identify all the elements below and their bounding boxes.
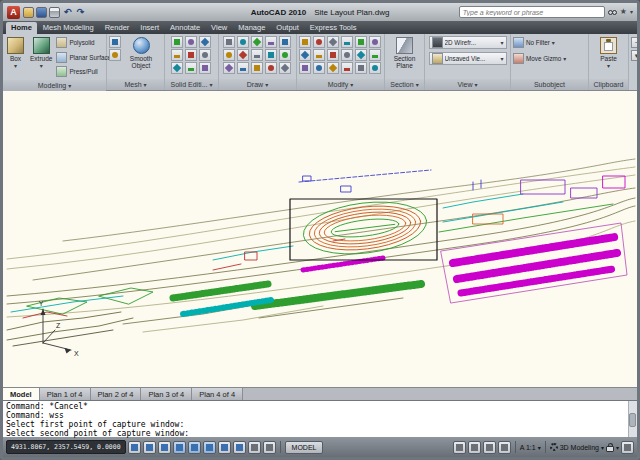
tool-icon[interactable] bbox=[237, 36, 249, 48]
quick-view-drawings-button[interactable] bbox=[468, 441, 481, 454]
no-filter-button[interactable]: No Filter ▾ bbox=[513, 36, 555, 49]
save-icon[interactable] bbox=[36, 7, 47, 18]
tool-icon[interactable] bbox=[313, 49, 325, 61]
planar-surface-button[interactable]: Planar Surface bbox=[56, 51, 111, 64]
tool-icon[interactable] bbox=[223, 36, 235, 48]
layout-tab-plan-2[interactable]: Plan 2 of 4 bbox=[91, 388, 142, 400]
tab-express-tools[interactable]: Express Tools bbox=[305, 22, 362, 34]
tool-icon[interactable] bbox=[237, 49, 249, 61]
panel-title-subobject[interactable]: Subobject bbox=[511, 79, 588, 90]
panel-title-section[interactable]: Section ▾ bbox=[385, 79, 424, 90]
tab-view[interactable]: View bbox=[206, 22, 232, 34]
tool-icon[interactable] bbox=[185, 62, 197, 74]
panel-title-view[interactable]: View ▾ bbox=[425, 79, 510, 90]
tool-icon[interactable] bbox=[299, 62, 311, 74]
tool-icon[interactable] bbox=[251, 36, 263, 48]
panel-title-modify[interactable]: Modify ▾ bbox=[297, 79, 384, 90]
lwt-toggle[interactable] bbox=[248, 441, 261, 454]
osnap-toggle[interactable] bbox=[188, 441, 201, 454]
tool-icon[interactable] bbox=[369, 49, 381, 61]
box-button[interactable]: Box ▾ bbox=[5, 36, 26, 70]
tab-home[interactable]: Home bbox=[6, 22, 37, 34]
tool-icon[interactable] bbox=[355, 62, 367, 74]
tool-icon[interactable] bbox=[327, 49, 339, 61]
panel-title-draw[interactable]: Draw ▾ bbox=[219, 79, 296, 90]
chevron-down-icon[interactable]: ▾ bbox=[616, 444, 619, 451]
polysolid-button[interactable]: Polysolid bbox=[56, 36, 111, 49]
tool-icon[interactable] bbox=[313, 36, 325, 48]
tool-icon[interactable] bbox=[171, 49, 183, 61]
toolbar-lock-icon[interactable] bbox=[606, 446, 614, 452]
layout-tab-plan-1[interactable]: Plan 1 of 4 bbox=[40, 388, 91, 400]
tab-mesh-modeling[interactable]: Mesh Modeling bbox=[38, 22, 99, 34]
tool-icon[interactable] bbox=[199, 49, 211, 61]
application-menu-button[interactable]: A bbox=[7, 6, 20, 19]
redo-icon[interactable]: ↷ bbox=[75, 7, 86, 18]
dyn-toggle[interactable] bbox=[233, 441, 246, 454]
section-plane-button[interactable]: Section Plane bbox=[388, 36, 422, 70]
visual-style-dropdown[interactable]: 2D Wirefr... ▾ bbox=[429, 36, 507, 49]
command-scrollbar[interactable] bbox=[628, 401, 637, 437]
search-input[interactable] bbox=[459, 6, 605, 18]
tool-icon[interactable] bbox=[299, 36, 311, 48]
tool-icon[interactable] bbox=[355, 36, 367, 48]
tool-icon[interactable] bbox=[313, 62, 325, 74]
search-icon[interactable] bbox=[608, 10, 617, 15]
tool-icon[interactable] bbox=[265, 62, 277, 74]
tool-icon[interactable] bbox=[251, 62, 263, 74]
extrude-button[interactable]: Extrude ▾ bbox=[28, 36, 54, 70]
tool-icon[interactable] bbox=[369, 62, 381, 74]
model-space-button[interactable]: MODEL bbox=[285, 441, 324, 454]
tool-icon[interactable] bbox=[279, 36, 291, 48]
workspace-gear-icon[interactable] bbox=[550, 443, 558, 451]
tool-icon[interactable] bbox=[327, 62, 339, 74]
workspace-switcher[interactable]: 3D Modeling bbox=[560, 444, 599, 451]
clean-screen-button[interactable] bbox=[621, 441, 634, 454]
otrack-toggle[interactable] bbox=[203, 441, 216, 454]
favorites-star-icon[interactable]: ★ bbox=[620, 6, 627, 18]
tool-icon[interactable] bbox=[171, 62, 183, 74]
tool-icon[interactable] bbox=[341, 49, 353, 61]
tab-output[interactable]: Output bbox=[271, 22, 304, 34]
tool-icon[interactable] bbox=[265, 36, 277, 48]
model-space-viewport[interactable]: Y X Z bbox=[3, 91, 637, 387]
layout-tab-model[interactable]: Model bbox=[3, 388, 40, 400]
ribbon-minimize-button[interactable]: − bbox=[631, 37, 640, 48]
tool-icon[interactable] bbox=[265, 49, 277, 61]
undo-icon[interactable]: ↶ bbox=[62, 7, 73, 18]
qp-toggle[interactable] bbox=[263, 441, 276, 454]
tool-icon[interactable] bbox=[199, 62, 211, 74]
tab-manage[interactable]: Manage bbox=[233, 22, 270, 34]
tool-icon[interactable] bbox=[237, 62, 249, 74]
tool-icon[interactable] bbox=[109, 36, 121, 48]
steering-wheel-button[interactable] bbox=[483, 441, 496, 454]
layout-tab-plan-4[interactable]: Plan 4 of 4 bbox=[192, 388, 243, 400]
paste-button[interactable]: Paste ▾ bbox=[598, 36, 619, 70]
tool-icon[interactable] bbox=[223, 62, 235, 74]
tool-icon[interactable] bbox=[341, 36, 353, 48]
tool-icon[interactable] bbox=[355, 49, 367, 61]
tool-icon[interactable] bbox=[251, 49, 263, 61]
snap-toggle[interactable] bbox=[128, 441, 141, 454]
named-views-dropdown[interactable]: Unsaved Vie... ▾ bbox=[429, 52, 507, 65]
grid-toggle[interactable] bbox=[143, 441, 156, 454]
tool-icon[interactable] bbox=[223, 49, 235, 61]
layout-tab-plan-3[interactable]: Plan 3 of 4 bbox=[141, 388, 192, 400]
chevron-down-icon[interactable]: ▾ bbox=[538, 444, 541, 451]
tool-icon[interactable] bbox=[327, 36, 339, 48]
tool-icon[interactable] bbox=[185, 36, 197, 48]
tool-icon[interactable] bbox=[369, 36, 381, 48]
panel-title-mesh[interactable]: Mesh ▾ bbox=[107, 79, 164, 90]
tab-insert[interactable]: Insert bbox=[135, 22, 164, 34]
tool-icon[interactable] bbox=[279, 62, 291, 74]
press-pull-button[interactable]: Press/Pull bbox=[56, 65, 111, 78]
ortho-toggle[interactable] bbox=[158, 441, 171, 454]
tool-icon[interactable] bbox=[341, 62, 353, 74]
panel-title-modeling[interactable]: Modeling ▾ bbox=[3, 80, 106, 91]
tab-render[interactable]: Render bbox=[100, 22, 135, 34]
ribbon-overflow-button[interactable]: ▾ bbox=[631, 50, 640, 61]
move-gizmo-button[interactable]: Move Gizmo ▾ bbox=[513, 52, 566, 65]
polar-toggle[interactable] bbox=[173, 441, 186, 454]
tool-icon[interactable] bbox=[199, 36, 211, 48]
chevron-down-icon[interactable]: ▾ bbox=[601, 444, 604, 451]
